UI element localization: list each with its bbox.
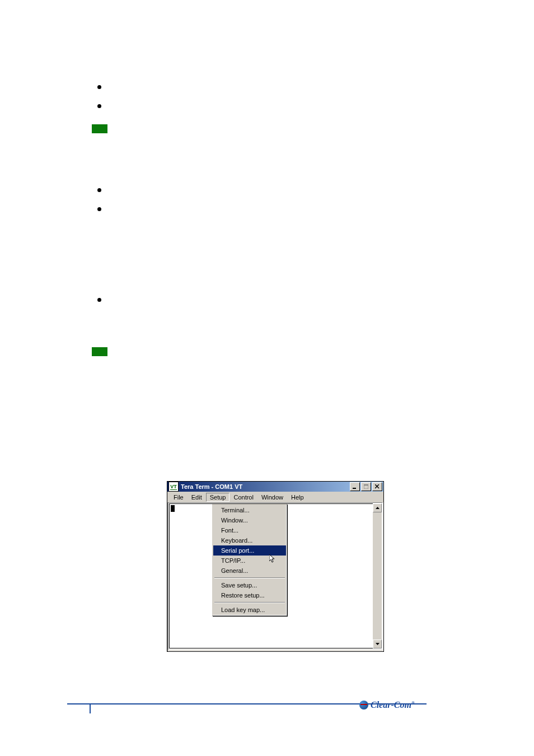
text-cursor — [171, 505, 175, 512]
menu-window[interactable]: Window — [257, 493, 287, 502]
menu-item-terminal[interactable]: Terminal... — [213, 505, 286, 515]
vertical-scrollbar[interactable] — [373, 503, 382, 648]
minimize-button[interactable] — [350, 482, 360, 491]
note-marker — [92, 347, 107, 356]
footer-logo: Clear-Com® — [359, 700, 415, 710]
menu-file[interactable]: File — [170, 493, 188, 502]
svg-rect-0 — [353, 488, 356, 489]
globe-icon — [359, 701, 368, 710]
menu-item-window[interactable]: Window... — [213, 515, 286, 525]
menu-setup[interactable]: Setup — [206, 493, 230, 502]
menu-item-tcp-ip[interactable]: TCP/IP... — [213, 556, 286, 566]
scroll-down-button[interactable] — [373, 640, 382, 648]
svg-rect-2 — [364, 484, 368, 486]
close-button[interactable] — [372, 482, 382, 491]
scroll-up-button[interactable] — [373, 503, 382, 512]
terminal-area: Terminal... Window... Font... Keyboard..… — [168, 502, 383, 650]
tera-term-window: VT Tera Term - COM1 VT File Edit Setup C… — [167, 481, 384, 652]
menu-edit[interactable]: Edit — [188, 493, 206, 502]
menu-item-save-setup[interactable]: Save setup... — [213, 580, 286, 590]
app-icon: VT — [168, 482, 179, 492]
bullet — [97, 298, 101, 302]
menu-item-load-key-map[interactable]: Load key map... — [213, 605, 286, 615]
note-marker — [92, 124, 107, 133]
menu-item-restore-setup[interactable]: Restore setup... — [213, 590, 286, 600]
setup-dropdown-menu: Terminal... Window... Font... Keyboard..… — [212, 504, 287, 616]
menu-item-keyboard[interactable]: Keyboard... — [213, 535, 286, 545]
menu-item-font[interactable]: Font... — [213, 525, 286, 535]
terminal-content[interactable]: Terminal... Window... Font... Keyboard..… — [169, 503, 373, 648]
footer-tick — [90, 703, 91, 713]
menu-control[interactable]: Control — [229, 493, 257, 502]
brand-text: Clear-Com® — [371, 700, 415, 710]
window-title: Tera Term - COM1 VT — [181, 483, 242, 490]
titlebar[interactable]: VT Tera Term - COM1 VT — [167, 482, 383, 492]
menu-item-general[interactable]: General... — [213, 566, 286, 576]
maximize-button[interactable] — [361, 482, 371, 491]
bullet — [97, 207, 101, 211]
bullet — [97, 104, 101, 108]
menu-separator — [214, 602, 285, 603]
menubar: File Edit Setup Control Window Help — [167, 492, 383, 502]
bullet — [97, 188, 101, 192]
menu-separator — [214, 577, 285, 578]
menu-item-serial-port[interactable]: Serial port... — [213, 545, 286, 556]
menu-help[interactable]: Help — [287, 493, 308, 502]
bullet — [97, 85, 101, 89]
